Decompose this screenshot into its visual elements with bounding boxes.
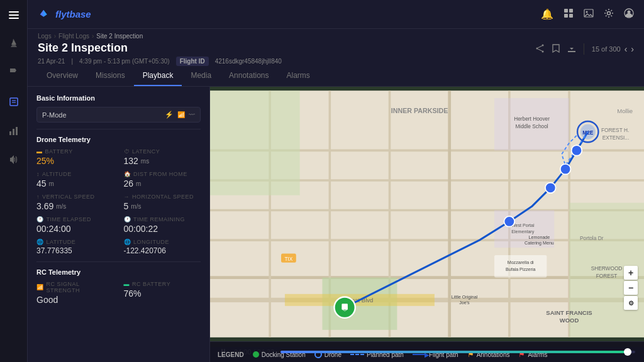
svg-rect-2 [9,18,19,19]
sidebar-audio-icon[interactable] [5,151,23,168]
main-content: flytbase 🔔 [28,0,644,362]
tab-missions[interactable]: Missions [87,66,134,86]
sidebar-flag-icon[interactable] [5,64,23,82]
map-settings-button[interactable]: ⚙ [624,296,638,310]
rc-telemetry-title: RC Telemetry [36,268,201,276]
svg-text:West Portal: West Portal [511,223,535,228]
zoom-in-button[interactable]: + [624,266,638,280]
svg-rect-9 [564,9,568,13]
grid-icon[interactable] [564,8,574,21]
sidebar-analytics-icon[interactable] [5,122,23,140]
svg-text:Mollie: Mollie [617,107,633,114]
progress-thumb[interactable] [624,348,631,356]
sidebar-menu-icon[interactable] [5,6,23,24]
logo: flytbase [38,8,91,21]
settings-icon[interactable] [604,8,614,21]
svg-text:Joe's: Joe's [459,300,470,305]
breadcrumb-flight-logs[interactable]: Flight Logs [58,33,89,40]
sidebar-logs-icon[interactable] [5,93,23,111]
svg-point-18 [541,44,543,46]
svg-rect-37 [210,90,300,195]
svg-rect-11 [564,14,568,18]
svg-text:SAINT FRANCIS: SAINT FRANCIS [546,309,592,316]
rc-signal-label: 📶 RC SIGNAL STRENGTH [36,281,114,293]
download-icon[interactable] [567,44,576,55]
breadcrumb-current: Site 2 Inspection [96,33,143,40]
breadcrumb-logs[interactable]: Logs [38,33,52,40]
tab-overview[interactable]: Overview [38,66,87,86]
zoom-out-button[interactable]: − [624,281,638,295]
latency-label: ⏱ LATENCY [124,148,201,155]
map-area: Sloat Blvd Herbert Hoover Middle School … [210,87,644,362]
flight-date: 21 Apr-21 [38,58,65,65]
altitude-item: ↕ ALTITUDE 45 m [36,171,114,189]
latitude-value: 37.776335 [36,246,114,255]
page-meta: 21 Apr-21 | 4:39 pm - 5:13 pm (GMT+05:30… [38,57,634,66]
svg-rect-6 [9,131,11,135]
svg-rect-3 [10,98,18,106]
page-title: Site 2 Inspection [38,41,128,55]
topbar: flytbase 🔔 [28,0,644,29]
longitude-item: 🌐 LONGITUDE -122.420706 [124,239,201,255]
share-icon[interactable] [536,44,545,55]
rc-battery-label: ▬ RC BATTERY [124,281,201,287]
bookmark-icon[interactable] [552,44,560,55]
svg-text:Lemonade: Lemonade [529,235,550,240]
legend-title: LEGEND [218,351,244,358]
svg-point-67 [545,183,556,194]
legend-flight-line: ▶ [413,354,426,355]
svg-rect-7 [13,129,14,135]
progress-fill [280,351,628,353]
breadcrumb: Logs › Flight Logs › Site 2 Inspection [38,33,634,40]
vspeed-value: 3.69 m/s [36,201,114,211]
hspeed-label: → HORIZONTAL SPEED [124,194,201,200]
longitude-label: 🌐 LONGITUDE [124,239,201,245]
tab-playback[interactable]: Playback [134,66,182,86]
user-icon[interactable] [624,8,634,21]
mode-value: P-Mode [42,111,67,119]
map-controls: + − ⚙ [624,266,638,310]
svg-text:Mozzarella di: Mozzarella di [508,260,534,265]
svg-point-19 [536,47,538,49]
svg-text:FOREST H.: FOREST H. [601,127,629,133]
svg-rect-1 [9,14,19,16]
svg-rect-52 [494,255,547,278]
svg-point-17 [628,10,631,13]
rc-battery-item: ▬ RC BATTERY 76% [124,281,201,305]
nav-prev[interactable]: ‹ [625,44,628,54]
tab-annotations[interactable]: Annotations [220,66,277,86]
tabs: Overview Missions Playback Media Annotat… [28,66,644,87]
nav-position: 15 of 300 [592,45,621,53]
notification-icon[interactable]: 🔔 [541,8,553,20]
map-svg: Sloat Blvd Herbert Hoover Middle School … [210,87,644,341]
longitude-value: -122.420706 [124,246,201,255]
tab-media[interactable]: Media [182,66,220,86]
svg-text:M2E: M2E [582,129,594,136]
drone-telemetry-title: Drone Telemetry [36,136,201,143]
progress-track[interactable] [280,351,635,353]
topbar-right: 🔔 [541,8,634,21]
latency-item: ⏱ LATENCY 132 ms [124,148,201,166]
image-icon[interactable] [584,8,594,21]
battery-item: ▬ BATTERY 25% [36,148,114,166]
svg-rect-12 [569,14,573,18]
time-remaining-value: 00:00:22 [124,224,201,234]
svg-line-22 [538,49,541,51]
map-container[interactable]: Sloat Blvd Herbert Hoover Middle School … [210,87,644,341]
header-actions: 15 of 300 ‹ › [536,43,634,55]
dist-home-item: 🏠 DIST FROM HOME 26 m [124,171,201,189]
nav-next[interactable]: › [631,44,634,54]
flight-id-label: Flight ID [176,57,209,66]
legend-planned-line [350,354,364,355]
svg-text:TIX: TIX [284,256,292,262]
map-legend: LEGEND Docking Station Drone Planned pat… [210,347,644,362]
svg-text:EXTENSI...: EXTENSI... [602,134,630,141]
sidebar [0,0,28,362]
sidebar-drone-icon[interactable] [5,35,23,53]
svg-text:Portola Dr: Portola Dr [580,235,604,241]
tab-alarms[interactable]: Alarms [277,66,318,86]
latency-value: 132 ms [124,156,201,166]
content-area: Basic Information P-Mode ⚡ 📶 〰 Drone Tel… [28,87,644,362]
lightning-icon: ⚡ [165,111,174,119]
flight-time: 4:39 pm - 5:13 pm (GMT+05:30) [79,58,170,65]
